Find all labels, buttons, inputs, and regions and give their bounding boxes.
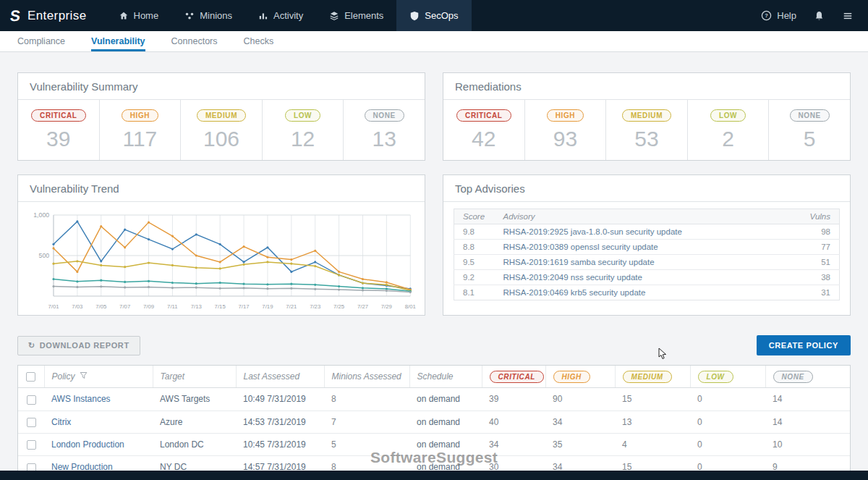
advisory-row[interactable]: 8.1 RHSA-2019:0469 krb5 security update … xyxy=(454,285,840,300)
severity-stat: Critical 39 xyxy=(18,100,100,160)
advisory-title[interactable]: RHSA-2019:0469 krb5 security update xyxy=(495,285,798,300)
column-header-vulns: Vulns xyxy=(798,209,840,224)
column-header-minions-assessed[interactable]: Minions Assessed xyxy=(324,366,409,388)
advisory-row[interactable]: 8.8 RHSA-2019:0389 openssl security upda… xyxy=(454,240,840,255)
nav-item-activity[interactable]: Activity xyxy=(245,0,316,31)
policy-name[interactable]: AWS Instances xyxy=(44,388,153,410)
policy-schedule: on demand xyxy=(409,388,482,410)
svg-text:7/09: 7/09 xyxy=(143,303,154,310)
advisory-row[interactable]: 9.5 RHSA-2019:1619 samba security update… xyxy=(454,255,840,270)
advisory-title[interactable]: RHSA-2019:2925 java-1.8.0-sun security u… xyxy=(495,224,798,240)
svg-text:?: ? xyxy=(765,12,768,19)
severity-pill: Critical xyxy=(31,109,85,122)
select-all-checkbox[interactable] xyxy=(26,372,35,382)
column-header-advisory: Advisory xyxy=(495,209,798,224)
row-checkbox[interactable] xyxy=(27,395,36,405)
advisory-row[interactable]: 9.2 RHSA-2019:2049 nss security update 3… xyxy=(454,270,840,285)
top-navbar: S Enterprise Home Minions Activity Eleme… xyxy=(0,0,868,31)
column-header-severity-low[interactable]: Low xyxy=(690,366,765,388)
advisory-title[interactable]: RHSA-2019:2049 nss security update xyxy=(495,270,798,285)
home-icon xyxy=(119,11,129,21)
saltstack-logo-icon: S xyxy=(9,7,22,25)
download-report-button[interactable]: ↻ DOWNLOAD REPORT xyxy=(17,336,140,355)
vulnerability-summary-panel: Vulnerability Summary Critical 39 High 1… xyxy=(17,72,425,161)
stat-value: 2 xyxy=(722,127,734,151)
severity-pill: Critical xyxy=(456,109,511,122)
svg-text:8/01: 8/01 xyxy=(405,303,416,310)
column-header-policy[interactable]: Policy xyxy=(44,366,153,388)
column-header-severity-medium[interactable]: Medium xyxy=(615,366,690,388)
severity-pill: None xyxy=(790,109,830,122)
top-advisories-panel: Top Advisories Score Advisory Vulns 9.8 … xyxy=(443,174,851,316)
advisory-vuln-count: 38 xyxy=(798,270,840,285)
severity-pill: Critical xyxy=(490,371,544,383)
policy-table-row[interactable]: AWS Instances AWS Targets 10:49 7/31/201… xyxy=(18,388,850,410)
policy-table-row[interactable]: Citrix Azure 14:53 7/31/2019 7 on demand… xyxy=(18,410,850,433)
tab-label: Vulnerability xyxy=(91,36,145,46)
advisory-title[interactable]: RHSA-2019:1619 samba security update xyxy=(495,255,798,270)
policy-header-row: Policy Target Last Assessed Minions Asse… xyxy=(18,366,850,388)
column-header-severity-high[interactable]: High xyxy=(545,366,615,388)
nav-item-minions[interactable]: Minions xyxy=(171,0,245,31)
policy-name[interactable]: London Production xyxy=(44,433,153,455)
advisory-score: 9.8 xyxy=(454,224,495,240)
nav-item-secops[interactable]: SecOps xyxy=(396,0,471,31)
nav-item-home[interactable]: Home xyxy=(106,0,172,31)
policy-table-row[interactable]: London Production London DC 10:45 7/31/2… xyxy=(18,433,850,455)
column-header-last-assessed[interactable]: Last Assessed xyxy=(236,366,324,388)
column-header-score: Score xyxy=(454,209,495,224)
policy-name[interactable]: Citrix xyxy=(44,410,153,433)
nav-item-elements[interactable]: Elements xyxy=(316,0,396,31)
column-header-schedule[interactable]: Schedule xyxy=(409,366,482,388)
column-header-target[interactable]: Target xyxy=(153,366,236,388)
advisory-vuln-count: 31 xyxy=(798,285,840,300)
severity-pill: Medium xyxy=(197,109,246,122)
severity-stat: Medium 53 xyxy=(606,100,688,160)
tab-vulnerability[interactable]: Vulnerability xyxy=(91,31,145,51)
svg-text:7/21: 7/21 xyxy=(286,303,297,310)
severity-count-medium: 15 xyxy=(615,388,690,410)
severity-count-low: 0 xyxy=(690,410,765,433)
tab-compliance[interactable]: Compliance xyxy=(17,31,65,51)
advisory-title[interactable]: RHSA-2019:0389 openssl security update xyxy=(495,240,798,255)
tab-label: Compliance xyxy=(17,36,65,46)
severity-pill: High xyxy=(553,371,590,383)
tab-checks[interactable]: Checks xyxy=(244,31,274,51)
svg-text:7/13: 7/13 xyxy=(191,303,203,310)
policy-last-assessed: 10:49 7/31/2019 xyxy=(236,388,324,410)
severity-count-critical: 39 xyxy=(482,388,545,410)
menu-icon[interactable] xyxy=(842,11,854,21)
panel-title: Top Advisories xyxy=(443,175,850,202)
stat-value: 42 xyxy=(472,127,495,151)
column-header-severity-none[interactable]: None xyxy=(765,366,850,388)
severity-count-low: 0 xyxy=(690,388,765,410)
severity-count-none: 14 xyxy=(765,410,850,433)
help-button[interactable]: ? Help xyxy=(761,10,796,21)
filter-funnel-icon[interactable] xyxy=(80,371,88,382)
svg-text:1,000: 1,000 xyxy=(33,211,49,219)
nav-item-label: Minions xyxy=(200,10,232,21)
policy-last-assessed: 14:53 7/31/2019 xyxy=(236,410,324,433)
severity-pill: Medium xyxy=(623,371,672,383)
advisory-row[interactable]: 9.8 RHSA-2019:2925 java-1.8.0-sun securi… xyxy=(454,224,840,240)
svg-text:7/19: 7/19 xyxy=(262,303,273,310)
stat-value: 117 xyxy=(122,127,157,151)
policy-table-wrap: Policy Target Last Assessed Minions Asse… xyxy=(17,365,851,480)
tab-connectors[interactable]: Connectors xyxy=(171,31,218,51)
summary-stats: Critical 39 High 117 Medium 106 Low 12 N… xyxy=(18,100,425,160)
policy-minions-assessed: 8 xyxy=(324,388,409,410)
column-header-severity-critical[interactable]: Critical xyxy=(482,366,545,388)
brand: S Enterprise xyxy=(0,0,106,31)
row-checkbox[interactable] xyxy=(27,440,36,450)
policy-minions-assessed: 5 xyxy=(324,433,409,455)
advisory-vuln-count: 77 xyxy=(798,240,840,255)
create-policy-button[interactable]: CREATE POLICY xyxy=(757,335,851,355)
severity-pill: High xyxy=(122,109,158,122)
notifications-bell-icon[interactable] xyxy=(814,10,825,22)
svg-text:7/23: 7/23 xyxy=(310,303,321,310)
row-checkbox[interactable] xyxy=(27,418,36,427)
severity-count-high: 90 xyxy=(545,388,615,410)
nav-items: Home Minions Activity Elements SecOps xyxy=(106,0,472,31)
severity-count-none: 14 xyxy=(765,388,850,410)
remediations-panel: Remediations Critical 42 High 93 Medium … xyxy=(443,72,851,161)
